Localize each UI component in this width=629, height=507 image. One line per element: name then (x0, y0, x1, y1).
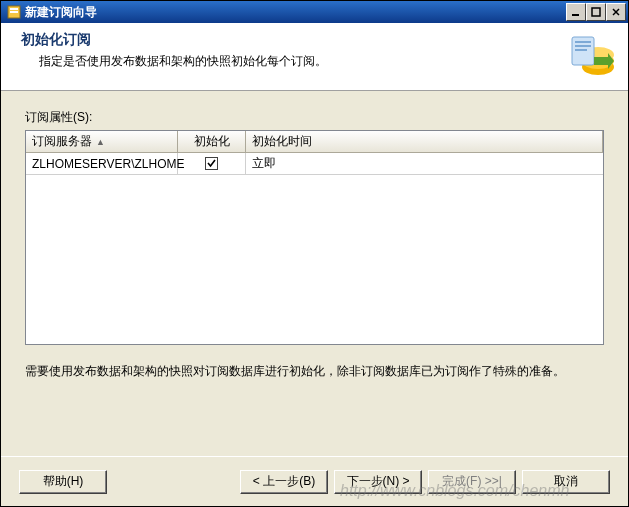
grid-body: ZLHOMESERVER\ZLHOME 立即 (26, 153, 603, 344)
window-title: 新建订阅向导 (25, 4, 566, 21)
column-header-init[interactable]: 初始化 (178, 131, 246, 153)
svg-rect-11 (575, 41, 591, 43)
table-row[interactable]: ZLHOMESERVER\ZLHOME 立即 (26, 153, 603, 175)
init-checkbox[interactable] (205, 157, 218, 170)
cell-server: ZLHOMESERVER\ZLHOME (26, 153, 178, 175)
cell-init (178, 153, 246, 175)
wizard-content: 订阅属性(S): 订阅服务器 ▲ 初始化 初始化时间 ZLHOMESERVER\… (1, 91, 628, 456)
grid-header-row: 订阅服务器 ▲ 初始化 初始化时间 (26, 131, 603, 153)
help-button[interactable]: 帮助(H) (19, 470, 107, 494)
svg-rect-13 (575, 49, 587, 51)
finish-button[interactable]: 完成(F) >>| (428, 470, 516, 494)
column-header-when[interactable]: 初始化时间 (246, 131, 603, 153)
titlebar[interactable]: 新建订阅向导 (1, 1, 628, 23)
info-note: 需要使用发布数据和架构的快照对订阅数据库进行初始化，除非订阅数据库已为订阅作了特… (25, 363, 604, 380)
svg-rect-12 (575, 45, 591, 47)
sort-indicator-icon: ▲ (96, 137, 105, 147)
grid-label: 订阅属性(S): (25, 109, 604, 126)
minimize-button[interactable] (566, 3, 586, 21)
svg-rect-4 (592, 8, 600, 16)
subscription-grid: 订阅服务器 ▲ 初始化 初始化时间 ZLHOMESERVER\ZLHOME (25, 130, 604, 345)
svg-rect-3 (572, 14, 579, 16)
cell-when[interactable]: 立即 (246, 153, 603, 175)
wizard-header: 初始化订阅 指定是否使用发布数据和架构的快照初始化每个订阅。 (1, 23, 628, 91)
window-buttons (566, 3, 626, 21)
wizard-icon (568, 31, 616, 79)
page-subtitle: 指定是否使用发布数据和架构的快照初始化每个订阅。 (39, 53, 568, 70)
close-button[interactable] (606, 3, 626, 21)
svg-rect-2 (10, 11, 18, 13)
next-button[interactable]: 下一步(N) > (334, 470, 422, 494)
back-button[interactable]: < 上一步(B) (240, 470, 328, 494)
column-header-server[interactable]: 订阅服务器 ▲ (26, 131, 178, 153)
cancel-button[interactable]: 取消 (522, 470, 610, 494)
wizard-footer: 帮助(H) < 上一步(B) 下一步(N) > 完成(F) >>| 取消 (1, 456, 628, 506)
wizard-window: 新建订阅向导 初始化订阅 指定是否使用发布数据和架构的快照初始化每个订阅。 (0, 0, 629, 507)
maximize-button[interactable] (586, 3, 606, 21)
page-title: 初始化订阅 (21, 31, 568, 49)
app-icon (7, 5, 21, 19)
svg-rect-1 (10, 8, 18, 10)
